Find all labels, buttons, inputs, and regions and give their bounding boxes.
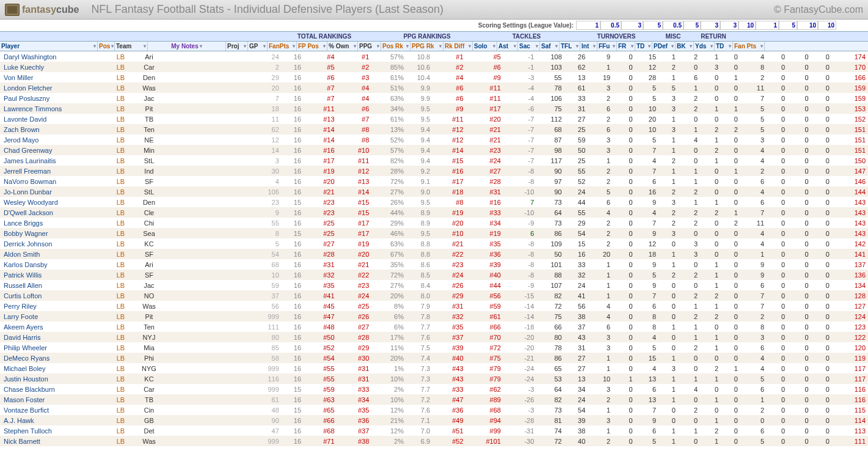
col-fr[interactable]: FR▾	[617, 42, 635, 51]
player-link[interactable]: Philip Wheeler	[0, 342, 111, 353]
player-link[interactable]: DeMeco Ryans	[0, 353, 111, 363]
cell-notes[interactable]	[168, 301, 257, 311]
cell-notes[interactable]	[168, 218, 257, 228]
player-link[interactable]: Akeem Ayers	[0, 322, 111, 332]
player-link[interactable]: James Laurinaitis	[0, 155, 111, 166]
col-td2[interactable]: TD▾	[715, 42, 733, 51]
player-link[interactable]: Perry Riley	[0, 301, 111, 311]
scoring-pdef[interactable]	[756, 21, 779, 30]
col-sac[interactable]: Sac▾	[518, 42, 540, 51]
cell-notes[interactable]	[168, 363, 257, 373]
player-link[interactable]: Wesley Woodyard	[0, 197, 111, 207]
player-link[interactable]: Lance Briggs	[0, 218, 111, 228]
col-ppg[interactable]: PPG▾	[358, 42, 381, 51]
cell-notes[interactable]	[168, 228, 257, 238]
col-td1[interactable]: TD▾	[635, 42, 652, 51]
cell-notes[interactable]	[168, 332, 257, 342]
cell-notes[interactable]	[168, 384, 257, 394]
player-link[interactable]: Von Miller	[0, 72, 111, 83]
col-int[interactable]: Int▾	[580, 42, 597, 51]
scoring-yds[interactable]	[797, 21, 818, 30]
cell-notes[interactable]	[168, 353, 257, 363]
col-tfl[interactable]: TFL▾	[560, 42, 580, 51]
col-team[interactable]: Team▾	[115, 42, 148, 51]
player-link[interactable]: Jo-Lonn Dunbar	[0, 186, 111, 197]
player-link[interactable]: D'Qwell Jackson	[0, 207, 111, 218]
cell-notes[interactable]	[168, 176, 257, 186]
col-yds[interactable]: Yds▾	[694, 42, 715, 51]
player-link[interactable]: Jerod Mayo	[0, 134, 111, 145]
cell-notes[interactable]	[168, 238, 257, 249]
cell-notes[interactable]	[168, 114, 257, 124]
scoring-tfl[interactable]	[663, 21, 684, 30]
player-link[interactable]: David Harris	[0, 332, 111, 342]
col-posrk[interactable]: Pos Rk▾	[381, 42, 410, 51]
cell-notes[interactable]	[168, 322, 257, 332]
scoring-ffu[interactable]	[701, 21, 720, 30]
scoring-int[interactable]	[684, 21, 701, 30]
player-link[interactable]: A.J. Hawk	[0, 415, 111, 425]
player-link[interactable]: Curtis Lofton	[0, 290, 111, 301]
col-pdef[interactable]: PDef▾	[652, 42, 676, 51]
col-saf[interactable]: Saf▾	[540, 42, 560, 51]
col-player[interactable]: Player▾	[0, 42, 98, 51]
player-link[interactable]: Lawrence Timmons	[0, 103, 111, 114]
col-rkdiff[interactable]: Rk Diff▾	[443, 42, 473, 51]
col-fanpts[interactable]: FanPts▾	[268, 42, 297, 51]
cell-notes[interactable]	[168, 280, 257, 290]
cell-notes[interactable]	[168, 124, 257, 134]
cell-notes[interactable]	[168, 166, 257, 176]
player-link[interactable]: Luke Kuechly	[0, 62, 111, 72]
cell-notes[interactable]	[168, 134, 257, 145]
player-link[interactable]: Derrick Johnson	[0, 238, 111, 249]
cell-notes[interactable]	[168, 145, 257, 155]
site-logo[interactable]: fantasycube	[5, 4, 79, 16]
player-link[interactable]: Justin Houston	[0, 373, 111, 384]
cell-notes[interactable]	[168, 62, 257, 72]
player-link[interactable]: Stephen Tulloch	[0, 425, 111, 436]
cell-notes[interactable]	[168, 373, 257, 384]
player-link[interactable]: Mason Foster	[0, 394, 111, 405]
cell-notes[interactable]	[168, 197, 257, 207]
col-fp[interactable]: Fan Pts▾	[733, 42, 765, 51]
player-link[interactable]: Michael Boley	[0, 363, 111, 373]
scoring-ast[interactable]	[600, 21, 621, 30]
cell-notes[interactable]	[168, 270, 257, 280]
col-bk[interactable]: BK▾	[676, 42, 694, 51]
player-link[interactable]: Larry Foote	[0, 311, 111, 322]
player-link[interactable]: Patrick Willis	[0, 270, 111, 280]
player-link[interactable]: Vontaze Burfict	[0, 405, 111, 415]
col-solo[interactable]: Solo▾	[473, 42, 497, 51]
player-link[interactable]: Russell Allen	[0, 280, 111, 290]
col-own[interactable]: % Own▾	[327, 42, 358, 51]
player-link[interactable]: Zach Brown	[0, 124, 111, 134]
cell-notes[interactable]	[168, 103, 257, 114]
cell-notes[interactable]	[168, 290, 257, 301]
cell-notes[interactable]	[168, 311, 257, 322]
scoring-fr[interactable]	[720, 21, 739, 30]
player-link[interactable]: Bobby Wagner	[0, 228, 111, 238]
scoring-saf[interactable]	[643, 21, 663, 30]
cell-notes[interactable]	[168, 83, 257, 93]
cell-notes[interactable]	[168, 155, 257, 166]
cell-notes[interactable]	[168, 436, 257, 446]
col-notes[interactable]: My Notes▾	[148, 42, 226, 51]
cell-notes[interactable]	[168, 207, 257, 218]
scoring-sac[interactable]	[621, 21, 643, 30]
cell-notes[interactable]	[168, 259, 257, 270]
scoring-solo[interactable]	[576, 21, 600, 30]
cell-notes[interactable]	[168, 249, 257, 259]
cell-notes[interactable]	[168, 394, 257, 405]
player-link[interactable]: Jerrell Freeman	[0, 166, 111, 176]
cell-notes[interactable]	[168, 51, 257, 62]
scoring-bk[interactable]	[779, 21, 797, 30]
col-ffu[interactable]: FFu▾	[597, 42, 617, 51]
player-link[interactable]: London Fletcher	[0, 83, 111, 93]
cell-notes[interactable]	[168, 93, 257, 103]
player-link[interactable]: Lavonte David	[0, 114, 111, 124]
cell-notes[interactable]	[168, 186, 257, 197]
player-link[interactable]: Nick Barnett	[0, 436, 111, 446]
player-link[interactable]: Karlos Dansby	[0, 259, 111, 270]
scoring-td1[interactable]	[739, 21, 756, 30]
col-pos[interactable]: Pos▾	[98, 42, 115, 51]
